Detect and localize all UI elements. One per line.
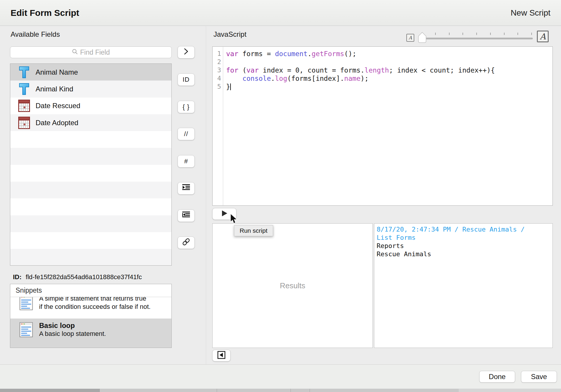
field-row[interactable]: Animal Name bbox=[10, 64, 171, 81]
field-name-label: Date Adopted bbox=[36, 119, 78, 127]
slider-tick bbox=[476, 33, 477, 35]
slider-tick bbox=[490, 33, 491, 35]
console-output-line: Rescue Animals bbox=[377, 250, 550, 258]
insert-link-button[interactable] bbox=[178, 237, 195, 249]
snippet-icon bbox=[13, 297, 39, 310]
collapse-sidebar-icon bbox=[217, 351, 226, 360]
slider-tick bbox=[463, 33, 463, 35]
snippet-item[interactable]: A simple if statement that returns truei… bbox=[10, 297, 171, 319]
empty-field-row bbox=[10, 232, 171, 249]
insert-braces-label: { } bbox=[183, 103, 190, 111]
code-line: console.log(forms[index].name); bbox=[226, 74, 552, 83]
date-field-icon bbox=[17, 117, 31, 129]
new-script-label: New Script bbox=[511, 8, 550, 18]
edit-form-script-dialog: Edit Form Script New Script Available Fi… bbox=[0, 0, 561, 392]
empty-field-row bbox=[10, 165, 171, 182]
outdent-button[interactable] bbox=[178, 210, 195, 222]
line-number: 4 bbox=[213, 74, 223, 83]
line-number: 1 bbox=[213, 50, 223, 58]
indent-button[interactable] bbox=[178, 182, 195, 195]
empty-field-row bbox=[10, 182, 171, 198]
background-window-edge bbox=[0, 388, 561, 392]
field-id-value: fld-fe15f282da554ad6a101888ce37f41fc bbox=[26, 273, 142, 281]
collapse-sidebar-button[interactable] bbox=[212, 350, 231, 361]
snippet-icon bbox=[13, 322, 39, 337]
insert-id-button[interactable]: ID bbox=[178, 73, 195, 86]
code-line bbox=[226, 58, 552, 66]
panel-divider bbox=[206, 26, 206, 364]
footer-bar bbox=[0, 365, 561, 388]
insert-number-label: # bbox=[184, 158, 188, 165]
available-fields-list: Animal NameAnimal KindDate RescuedDate A… bbox=[10, 63, 172, 266]
empty-field-row bbox=[10, 249, 171, 266]
font-larger-button[interactable]: A bbox=[537, 31, 549, 42]
empty-field-row bbox=[10, 215, 171, 232]
font-size-slider-thumb[interactable] bbox=[418, 32, 426, 44]
dialog-header: Edit Form Script New Script bbox=[0, 0, 561, 26]
snippet-text: Basic loopA basic loop statement. bbox=[39, 321, 106, 338]
script-code-editor[interactable]: 12345 var forms = document.getForms(); f… bbox=[212, 46, 553, 206]
field-name-label: Animal Kind bbox=[36, 85, 73, 93]
snippets-heading: Snippets bbox=[10, 284, 171, 297]
snippet-item[interactable]: Basic loopA basic loop statement. bbox=[10, 319, 171, 348]
field-name-label: Animal Name bbox=[36, 68, 78, 76]
line-number: 3 bbox=[213, 66, 223, 74]
snippets-list[interactable]: A simple if statement that returns truei… bbox=[10, 297, 171, 348]
date-field-icon bbox=[17, 100, 31, 112]
font-size-slider-track[interactable] bbox=[420, 38, 533, 39]
font-smaller-button[interactable]: A bbox=[406, 34, 414, 42]
slider-tick bbox=[504, 33, 505, 35]
field-name-label: Date Rescued bbox=[36, 102, 80, 110]
save-button[interactable]: Save bbox=[521, 371, 557, 383]
code-line: for (var index = 0, count = forms.length… bbox=[226, 66, 552, 74]
slider-tick bbox=[435, 33, 436, 35]
snippet-description: A simple if statement that returns true bbox=[39, 297, 151, 303]
empty-field-row bbox=[10, 131, 171, 148]
field-row[interactable]: Animal Kind bbox=[10, 81, 171, 97]
text-field-icon bbox=[17, 83, 31, 95]
console-output-line: Reports bbox=[377, 242, 550, 250]
run-script-tooltip: Run script bbox=[234, 225, 273, 236]
field-row[interactable]: Date Adopted bbox=[10, 114, 171, 131]
chevron-right-icon bbox=[183, 47, 190, 57]
snippet-description: A basic loop statement. bbox=[39, 330, 106, 338]
snippets-panel: Snippets A simple if statement that retu… bbox=[10, 284, 172, 348]
slider-tick bbox=[517, 33, 518, 35]
line-number: 2 bbox=[213, 58, 223, 66]
snippet-description: if the condition succeeds or false if no… bbox=[39, 303, 151, 311]
field-id-label: ID: bbox=[13, 273, 21, 281]
line-number: 5 bbox=[213, 83, 223, 91]
snippet-text: A simple if statement that returns truei… bbox=[39, 297, 151, 311]
play-icon bbox=[221, 210, 228, 218]
javascript-heading: JavaScript bbox=[213, 30, 246, 38]
field-row[interactable]: Date Rescued bbox=[10, 98, 171, 114]
console-output-panel[interactable]: 8/17/20, 2:47:34 PM / Rescue Animals /Li… bbox=[374, 223, 553, 348]
slider-tick bbox=[531, 33, 532, 35]
available-fields-heading: Available Fields bbox=[11, 30, 60, 38]
snippet-title: Basic loop bbox=[39, 321, 106, 330]
insert-comment-label: // bbox=[184, 130, 188, 138]
results-panel[interactable]: Results bbox=[212, 223, 373, 348]
page-title: Edit Form Script bbox=[11, 8, 79, 18]
empty-field-row bbox=[10, 198, 171, 215]
search-input[interactable]: Find Field bbox=[10, 46, 172, 58]
save-button-label: Save bbox=[531, 373, 547, 381]
field-id-line: ID:fld-fe15f282da554ad6a101888ce37f41fc bbox=[13, 273, 142, 281]
text-field-icon bbox=[17, 66, 31, 78]
search-placeholder: Find Field bbox=[80, 48, 110, 56]
console-output-line: 8/17/20, 2:47:34 PM / Rescue Animals / bbox=[377, 225, 550, 234]
insert-field-button[interactable] bbox=[178, 46, 195, 58]
tooltip-text: Run script bbox=[240, 227, 268, 234]
insert-comment-button[interactable]: // bbox=[178, 128, 195, 140]
search-icon bbox=[72, 48, 78, 56]
insert-number-button[interactable]: # bbox=[178, 155, 195, 167]
text-caret bbox=[230, 83, 231, 90]
empty-field-row bbox=[10, 148, 171, 165]
code-text-area: var forms = document.getForms(); for (va… bbox=[223, 47, 552, 205]
insert-braces-button[interactable]: { } bbox=[178, 101, 195, 113]
done-button[interactable]: Done bbox=[479, 371, 515, 383]
console-output-line: List Forms bbox=[377, 234, 550, 242]
code-line: } bbox=[226, 83, 552, 91]
insert-id-label: ID bbox=[183, 76, 190, 83]
code-line: var forms = document.getForms(); bbox=[226, 50, 552, 58]
